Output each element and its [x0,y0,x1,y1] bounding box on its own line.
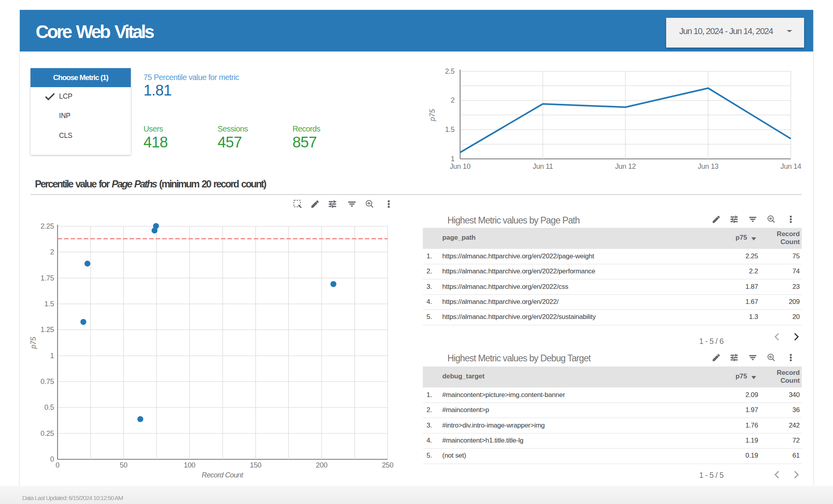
svg-text:p75: p75 [29,336,37,349]
svg-text:50: 50 [120,461,128,469]
svg-text:2: 2 [50,248,54,256]
svg-text:100: 100 [184,461,195,469]
svg-text:200: 200 [316,461,327,469]
svg-text:0.25: 0.25 [40,430,54,437]
svg-text:150: 150 [250,461,261,469]
svg-text:Jun 11: Jun 11 [533,162,553,170]
svg-text:2.5: 2.5 [445,67,455,75]
svg-text:0: 0 [55,461,59,469]
svg-text:0: 0 [50,455,54,463]
svg-text:1.5: 1.5 [445,126,455,134]
svg-text:Jun 12: Jun 12 [615,162,636,170]
svg-text:1: 1 [451,155,455,163]
svg-text:1: 1 [50,352,54,360]
svg-text:Record Count: Record Count [202,471,243,479]
svg-text:Jun 10: Jun 10 [450,162,471,170]
svg-text:0.75: 0.75 [40,378,54,386]
svg-text:2.25: 2.25 [40,222,54,230]
svg-text:1.25: 1.25 [40,326,54,334]
svg-text:250: 250 [382,461,394,469]
svg-text:1.75: 1.75 [40,274,54,282]
svg-text:Jun 14: Jun 14 [780,162,801,170]
svg-text:p75: p75 [428,109,436,121]
svg-text:2: 2 [451,96,455,104]
svg-text:0.5: 0.5 [44,403,54,411]
svg-text:Jun 13: Jun 13 [698,162,719,170]
svg-text:1.5: 1.5 [44,300,54,308]
